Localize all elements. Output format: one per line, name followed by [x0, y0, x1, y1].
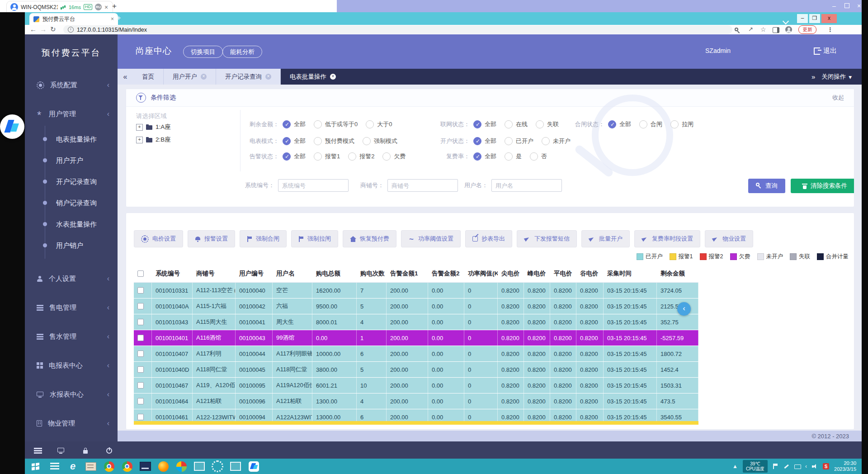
toolbar-button[interactable]: 报警设置 — [188, 230, 235, 247]
row-checkbox[interactable] — [137, 382, 144, 389]
radio-option[interactable]: 合闸 — [639, 120, 662, 128]
用户名-input[interactable] — [491, 179, 562, 192]
input-method-icon[interactable]: S — [823, 463, 829, 469]
table-row[interactable]: 0010010464A121柏联00100096A121柏联1300.00420… — [134, 393, 698, 409]
clock[interactable]: 20:30 2023/3/15 — [834, 460, 856, 472]
expand-plus-icon[interactable]: + — [136, 137, 143, 143]
browser-update-button[interactable]: 更新 — [798, 25, 816, 34]
tree-node[interactable]: +1:A座 — [136, 123, 171, 131]
logout-button[interactable]: 退出 — [814, 47, 837, 55]
taskbar-icon-server-manager[interactable] — [46, 459, 64, 474]
radio-option[interactable]: 大于0 — [366, 120, 392, 128]
toolbar-button[interactable]: 电价设置 — [134, 230, 183, 247]
radio-checked-icon[interactable] — [473, 152, 481, 161]
radio-checked-icon[interactable] — [608, 120, 616, 128]
taskbar-icon-settings-gear[interactable] — [208, 459, 226, 474]
taskbar-icon-media-pinwheel[interactable] — [172, 459, 190, 474]
radio-option[interactable]: 欠费 — [382, 152, 406, 161]
radio-option[interactable]: 强制模式 — [363, 137, 397, 145]
radio-icon[interactable] — [505, 152, 513, 161]
tab-search-chevron-icon[interactable] — [783, 17, 788, 25]
reload-button[interactable]: ↻ — [50, 25, 56, 34]
lock-icon[interactable] — [83, 446, 89, 455]
keyboard-tray-icon[interactable] — [794, 464, 800, 469]
session-tab[interactable]: WIN-OQMSK21... 16ms HD RU × — [6, 1, 113, 13]
radio-checked-icon[interactable] — [283, 152, 291, 161]
row-checkbox[interactable] — [137, 414, 144, 420]
radio-option[interactable]: 预付费模式 — [314, 137, 354, 145]
row-checkbox[interactable] — [137, 366, 144, 373]
energy-analysis-button[interactable]: 能耗分析 — [222, 46, 262, 58]
sidebar-subitem[interactable]: 用户开户 — [45, 150, 118, 171]
toolbar-button[interactable]: 下发报警短信 — [517, 230, 577, 247]
radio-option[interactable]: 全部 — [473, 120, 496, 128]
sidebar-item-4[interactable]: 售水管理‹ — [25, 327, 118, 346]
radio-option[interactable]: 低于或等于0 — [314, 120, 358, 128]
collapse-button[interactable]: 收起 — [832, 94, 844, 102]
sidebar-subitem[interactable]: 开户记录查询 — [45, 171, 118, 192]
radio-icon[interactable] — [366, 120, 374, 128]
clear-search-button[interactable]: 清除搜索条件 — [791, 179, 854, 193]
close-operations-button[interactable]: 关闭操作 ▾ — [821, 73, 852, 81]
toolbar-button[interactable]: 强制拉闸 — [291, 230, 338, 247]
radio-icon[interactable] — [314, 152, 322, 161]
monitor-icon[interactable] — [57, 446, 65, 455]
zoom-icon[interactable] — [735, 26, 741, 34]
tab-close-icon[interactable]: × — [330, 74, 336, 80]
sidebar-subitem[interactable]: 电表批量操作 — [45, 128, 118, 150]
radio-checked-icon[interactable] — [283, 120, 291, 128]
tab-close-icon[interactable]: × — [201, 74, 207, 80]
profile-avatar[interactable] — [785, 26, 792, 35]
系统编号-input[interactable] — [278, 179, 349, 192]
pen-tray-icon[interactable] — [783, 464, 789, 469]
sidebar-subitem[interactable]: 水表批量操作 — [45, 213, 118, 235]
toolbar-button[interactable]: 批量开户 — [581, 230, 630, 247]
toolbar-button[interactable]: 复费率时段设置 — [634, 230, 700, 247]
radio-option[interactable]: 拉闸 — [670, 120, 693, 128]
radio-icon[interactable] — [536, 120, 544, 128]
taskbar-icon-window-app-1[interactable] — [190, 459, 208, 474]
row-checkbox[interactable] — [137, 351, 144, 357]
tab-首页[interactable]: 首页 — [133, 69, 164, 85]
browser-menu-icon[interactable]: ⋮ — [827, 25, 833, 34]
radio-option[interactable]: 是 — [505, 152, 522, 161]
power-icon[interactable] — [106, 446, 112, 455]
todesk-floating-ball[interactable] — [0, 114, 24, 139]
site-info-icon[interactable]: i — [68, 27, 74, 33]
tree-node[interactable]: +2:B座 — [136, 136, 171, 144]
radio-option[interactable]: 未开户 — [542, 137, 571, 145]
radio-option[interactable]: 全部 — [608, 120, 631, 128]
radio-icon[interactable] — [382, 152, 391, 161]
hidden-icons-chevron[interactable]: ▲ — [732, 463, 738, 469]
table-row[interactable]: 0010010467A119、A120佰00100095A119A120佰佳60… — [134, 378, 698, 393]
table-row[interactable]: 001001040DA118同仁堂00100045A118同仁堂3800.005… — [134, 362, 698, 378]
browser-new-tab-button[interactable]: + — [117, 14, 121, 22]
bookmark-star-icon[interactable]: ☆ — [760, 25, 766, 34]
taskbar-icon-file-cabinet[interactable] — [82, 459, 100, 474]
radio-option[interactable]: 全部 — [283, 137, 306, 145]
taskbar-icon-window-app-2[interactable] — [226, 459, 245, 474]
sidebar-item-5[interactable]: 电报表中心‹ — [25, 356, 118, 374]
sidebar-item-2[interactable]: 个人设置‹ — [25, 270, 118, 288]
row-checkbox[interactable] — [137, 303, 144, 309]
tab-开户记录查询[interactable]: 开户记录查询× — [216, 69, 281, 85]
back-button[interactable]: ← — [30, 25, 37, 34]
share-icon[interactable]: ↗ — [748, 25, 753, 34]
radio-option[interactable]: 已开户 — [505, 137, 533, 145]
row-checkbox[interactable] — [137, 335, 144, 341]
radio-icon[interactable] — [505, 137, 513, 145]
radio-option[interactable]: 全部 — [473, 152, 496, 161]
radio-icon[interactable] — [639, 120, 647, 128]
tray-chevron-icon[interactable]: ‹ — [805, 463, 807, 469]
tab-close-icon[interactable]: × — [111, 16, 114, 22]
tab-close-icon[interactable]: × — [265, 74, 271, 80]
expand-plus-icon[interactable]: + — [136, 124, 143, 131]
side-panel-icon[interactable] — [773, 27, 779, 35]
volume-icon[interactable] — [812, 464, 818, 469]
forward-button[interactable]: → — [40, 25, 47, 34]
radio-option[interactable]: 失联 — [536, 120, 559, 128]
session-close-icon[interactable]: × — [104, 4, 108, 10]
radio-option[interactable]: 全部 — [283, 120, 306, 128]
radio-icon[interactable] — [314, 137, 322, 145]
radio-option[interactable]: 报警2 — [348, 152, 374, 161]
